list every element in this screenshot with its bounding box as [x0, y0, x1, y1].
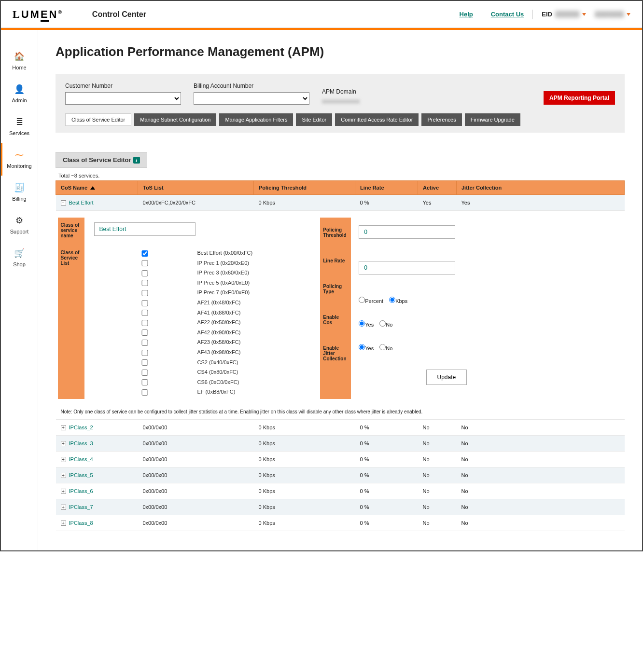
billing-account-select[interactable] — [194, 92, 309, 105]
cos-list-option[interactable]: CS6 (0xC0/0xFC) — [94, 379, 253, 386]
cos-list-option[interactable]: AF43 (0x98/0xFC) — [94, 349, 253, 356]
cos-list-option[interactable]: IP Prec 0 (0x00/0xE0) — [277, 250, 310, 257]
update-button[interactable]: Update — [426, 370, 467, 385]
cos-list-checkbox[interactable] — [94, 350, 196, 356]
col-tos-list[interactable]: ToS List — [138, 181, 254, 195]
cos-list-checkbox[interactable] — [94, 340, 196, 346]
cos-list-option[interactable]: AF11 (0x28/0xFC) — [277, 289, 310, 296]
cos-name-input[interactable] — [94, 222, 196, 236]
sidebar-item-monitoring[interactable]: ⁓Monitoring — [1, 143, 38, 176]
tab-preferences[interactable]: Preferences — [421, 113, 461, 126]
policing-type-kbps[interactable]: Kbps — [389, 298, 407, 304]
tab-manage-application-filters[interactable]: Manage Application Filters — [219, 113, 293, 126]
cos-name-link[interactable]: IPClass_3 — [69, 440, 93, 446]
cos-name-link[interactable]: IPClass_7 — [69, 504, 93, 510]
cos-list-checkbox[interactable] — [94, 310, 196, 316]
cos-list-checkbox[interactable] — [94, 290, 196, 296]
col-active[interactable]: Active — [418, 181, 457, 195]
expand-icon[interactable]: + — [61, 441, 66, 446]
cos-list-option[interactable]: CS1 (0x20/0xFC) — [277, 349, 310, 356]
sidebar-item-services[interactable]: ≣Services — [1, 110, 38, 143]
tab-firmware-upgrade[interactable]: Firmware Upgrade — [465, 113, 520, 126]
tab-class-of-service-editor[interactable]: Class of Service Editor — [65, 113, 131, 126]
enable-cos-yes[interactable]: Yes — [359, 322, 374, 328]
sidebar-item-support[interactable]: ⚙Support — [1, 208, 38, 241]
cos-list-option[interactable]: AF12 (0x30/0xFC) — [277, 310, 310, 316]
cos-name-link[interactable]: IPClass_6 — [69, 488, 93, 494]
cos-list-option[interactable]: AF42 (0x90/0xFC) — [94, 329, 253, 336]
cos-name-link[interactable]: Best Effort — [69, 200, 94, 206]
user-menu[interactable]: username — [595, 11, 630, 18]
enable-jitter-yes[interactable]: Yes — [359, 345, 374, 351]
sidebar-item-shop[interactable]: 🛒Shop — [1, 241, 38, 274]
enable-cos-no[interactable]: No — [379, 322, 392, 328]
tab-manage-subnet-configuration[interactable]: Manage Subnet Configuration — [134, 113, 216, 126]
cos-list-checkbox[interactable] — [94, 389, 196, 396]
logo: LUMEN® — [13, 8, 63, 21]
cell-jitter: No — [457, 419, 625, 435]
tab-committed-access-rate-editor[interactable]: Committed Access Rate Editor — [335, 113, 419, 126]
expand-icon[interactable]: + — [61, 473, 66, 478]
col-line-rate[interactable]: Line Rate — [355, 181, 418, 195]
sidebar-item-billing[interactable]: 🧾Billing — [1, 176, 38, 208]
cos-list-option[interactable]: CS7 (0xE0/0xFC) — [277, 379, 310, 386]
cos-list-option[interactable]: IP Prec 6 (0xC0/0xE0) — [277, 280, 310, 287]
cos-list-option[interactable]: AF33 (0x78/0xFC) — [277, 339, 310, 346]
col-cos-name[interactable]: CoS Name — [56, 181, 138, 195]
cos-name-link[interactable]: IPClass_5 — [69, 472, 93, 478]
cos-list-option[interactable]: IP Prec 7 (0xE0/0xE0) — [94, 289, 253, 296]
contact-link[interactable]: Contact Us — [491, 11, 524, 18]
cos-list-option[interactable]: EF (0xB8/0xFC) — [94, 389, 253, 396]
enable-jitter-no[interactable]: No — [379, 345, 392, 351]
line-rate-input[interactable] — [359, 261, 455, 274]
cos-list-option[interactable]: AF21 (0x48/0xFC) — [94, 300, 253, 306]
cos-list-checkbox[interactable] — [94, 300, 196, 306]
cos-list-option[interactable]: AF22 (0x50/0xFC) — [94, 319, 253, 326]
cos-list-option[interactable]: AF31 (0x68/0xFC) — [277, 300, 310, 306]
cos-list-checkbox[interactable] — [94, 280, 196, 286]
expand-icon[interactable]: + — [61, 521, 66, 526]
cos-list-checkbox[interactable] — [94, 320, 196, 326]
cos-list-option[interactable]: IP Prec 4 (0x80/0xE0) — [277, 270, 310, 276]
info-icon[interactable]: i — [133, 157, 140, 164]
cos-list-checkbox[interactable] — [94, 359, 196, 366]
eid-menu[interactable]: EID XXXXXX — [542, 11, 586, 18]
expand-icon[interactable]: + — [61, 505, 66, 510]
cos-list-option[interactable]: Best Effort (0x00/0xFC) — [94, 250, 253, 257]
cos-list-option[interactable]: AF13 (0x38/0xFC) — [277, 329, 310, 336]
col-policing[interactable]: Policing Threshold — [254, 181, 355, 195]
cos-list-checkbox[interactable] — [94, 329, 196, 336]
cos-name-link[interactable]: IPClass_4 — [69, 456, 93, 462]
tab-site-editor[interactable]: Site Editor — [296, 113, 332, 126]
cos-list-option[interactable]: CS2 (0x40/0xFC) — [94, 359, 253, 366]
cos-list-option[interactable]: CS4 (0x80/0xFC) — [94, 369, 253, 376]
cos-list-checkbox[interactable] — [94, 270, 196, 276]
policing-type-percent[interactable]: Percent — [359, 298, 383, 304]
sidebar-item-admin[interactable]: 👤Admin — [1, 77, 38, 110]
customer-number-select[interactable] — [65, 92, 181, 105]
cos-list-checkbox[interactable] — [94, 250, 196, 257]
cos-name-link[interactable]: IPClass_8 — [69, 520, 93, 526]
cos-list-checkbox[interactable] — [94, 260, 196, 266]
cos-list-option[interactable]: IP Prec 3 (0x60/0xE0) — [94, 270, 253, 276]
sidebar-item-home[interactable]: 🏠Home — [1, 44, 38, 77]
cos-list-option[interactable]: IP Prec 1 (0x20/0xE0) — [94, 260, 253, 267]
cos-list-option[interactable]: CS3 (0x60/0xFC) — [277, 359, 310, 366]
expand-icon[interactable]: + — [61, 425, 66, 430]
cos-list-option[interactable]: AF32 (0x70/0xFC) — [277, 319, 310, 326]
collapse-icon[interactable]: − — [61, 200, 66, 206]
cos-list-checkbox[interactable] — [94, 379, 196, 385]
cos-list-option[interactable]: IP Prec 2 (0x40/0xE0) — [277, 260, 310, 267]
expand-icon[interactable]: + — [61, 489, 66, 494]
col-jitter[interactable]: Jitter Collection — [457, 181, 625, 195]
policing-threshold-input[interactable] — [359, 225, 455, 239]
cos-list-option[interactable]: IP Prec 5 (0xA0/0xE0) — [94, 280, 253, 287]
cos-list-option[interactable]: CS5 (0xA0/0xFC) — [277, 369, 310, 376]
apm-reporting-portal-button[interactable]: APM Reporting Portal — [544, 91, 615, 105]
cos-list-option[interactable]: AF41 (0x88/0xFC) — [94, 310, 253, 316]
cos-list-checkbox[interactable] — [94, 370, 196, 376]
cos-name-link[interactable]: IPClass_2 — [69, 425, 93, 430]
cos-list-option[interactable]: AF23 (0x58/0xFC) — [94, 339, 253, 346]
expand-icon[interactable]: + — [61, 457, 66, 462]
help-link[interactable]: Help — [460, 11, 473, 18]
